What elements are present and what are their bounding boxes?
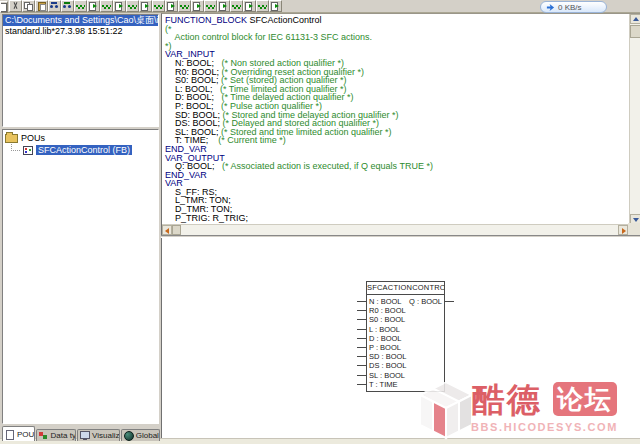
tab-visualizations-label: Visualiz... bbox=[92, 431, 120, 440]
doc-arrow-icon[interactable] bbox=[243, 0, 256, 12]
tab-global-variables[interactable]: Global... bbox=[121, 429, 160, 441]
fb-output-pin: Q : BOOL bbox=[409, 297, 442, 306]
fb-input-pin: S0 : BOOL bbox=[367, 315, 444, 324]
code-line: *) bbox=[165, 42, 628, 51]
scroll-left-button[interactable] bbox=[162, 225, 172, 235]
doc-arrow-icon[interactable] bbox=[139, 0, 152, 12]
tab-visualizations[interactable]: Visualiz... bbox=[77, 429, 120, 441]
download-speed-badge[interactable]: 0 KB/s bbox=[540, 1, 607, 13]
library-item-iecsfc[interactable]: C:\Documents and Settings\Cao\桌面\iecsfc.… bbox=[3, 15, 158, 26]
doc-arrow-icon[interactable] bbox=[165, 0, 178, 12]
code-line: Q: BOOL; (* Associated action is execute… bbox=[165, 162, 628, 171]
fb-input-pin: DS : BOOL bbox=[367, 361, 444, 370]
fb-input-pin: P : BOOL bbox=[367, 343, 444, 352]
forum-watermark: 酷德 论坛 BBS.HICODESYS.COM bbox=[420, 376, 638, 443]
code-line: FUNCTION_BLOCK SFCActionControl bbox=[165, 16, 628, 25]
watermark-forum-badge: 论坛 bbox=[553, 382, 617, 416]
download-speed-label: 0 KB/s bbox=[558, 3, 582, 12]
pou-doc-icon bbox=[5, 430, 15, 439]
tab-data-types-label: Data ty... bbox=[51, 431, 77, 440]
code-line: END_VAR bbox=[165, 145, 628, 154]
scroll-up-button[interactable] bbox=[630, 14, 640, 24]
function-block-icon bbox=[23, 146, 33, 155]
code-line: P_TRIG: R_TRIG; bbox=[165, 214, 628, 223]
doc-arrow-icon[interactable] bbox=[113, 0, 126, 12]
tab-global-variables-label: Global... bbox=[136, 431, 160, 440]
fb-output-stub bbox=[445, 301, 454, 302]
code-line: T: TIME; (* Current time *) bbox=[165, 136, 628, 145]
zigzag-icon[interactable] bbox=[74, 0, 87, 12]
library-item-standard[interactable]: standard.lib*27.3.98 15:51:22 bbox=[3, 26, 158, 37]
zigzag-icon[interactable] bbox=[100, 0, 113, 12]
watermark-brand-text: 酷德 bbox=[472, 382, 542, 418]
object-tabbar: POUs Data ty... Visualiz... Global... bbox=[2, 425, 160, 441]
tab-pous[interactable]: POUs bbox=[2, 426, 35, 441]
pou-tree-root[interactable]: POUs bbox=[5, 132, 156, 144]
fb-input-pin: D : BOOL bbox=[367, 334, 444, 343]
fb-input-pin: R0 : BOOL bbox=[367, 306, 444, 315]
pou-tree-panel: POUs SFCActionControl (FB) bbox=[2, 129, 159, 424]
code-line: L_TMR: TON; bbox=[165, 196, 628, 205]
paste-icon[interactable] bbox=[35, 0, 48, 12]
fb-input-pin: SD : BOOL bbox=[367, 352, 444, 361]
zigzag-icon[interactable] bbox=[256, 0, 269, 12]
doc-arrow-icon[interactable] bbox=[191, 0, 204, 12]
pou-item-label: SFCActionControl (FB) bbox=[36, 145, 132, 155]
tab-data-types[interactable]: Data ty... bbox=[36, 429, 77, 441]
pou-tree-item[interactable]: SFCActionControl (FB) bbox=[5, 144, 156, 156]
horizontal-scroll-thumb[interactable] bbox=[172, 225, 181, 235]
zigzag-icon[interactable] bbox=[230, 0, 243, 12]
find-icon[interactable] bbox=[48, 0, 61, 12]
vertical-scroll-thumb[interactable] bbox=[630, 25, 640, 38]
codesys-library-window: 0 KB/s C:\Documents and Settings\Cao\桌面\… bbox=[0, 0, 640, 444]
pou-root-label: POUs bbox=[21, 133, 45, 143]
scroll-right-button[interactable] bbox=[618, 225, 628, 235]
library-file-list: C:\Documents and Settings\Cao\桌面\iecsfc.… bbox=[2, 14, 159, 127]
watermark-url: BBS.HICODESYS.COM bbox=[471, 421, 618, 433]
vertical-scrollbar[interactable] bbox=[629, 14, 640, 224]
tab-pous-label: POUs bbox=[17, 430, 35, 439]
declaration-editor[interactable]: FUNCTION_BLOCK SFCActionControl(* Action… bbox=[161, 13, 640, 235]
copy-icon[interactable] bbox=[22, 0, 35, 12]
code-line: S_FF: RS; bbox=[165, 188, 628, 197]
code-line: END_VAR bbox=[165, 171, 628, 180]
scrollbar-corner bbox=[628, 223, 640, 235]
visualization-icon bbox=[80, 431, 90, 440]
zigzag-icon[interactable] bbox=[204, 0, 217, 12]
zigzag-icon[interactable] bbox=[178, 0, 191, 12]
doc-partial-icon[interactable] bbox=[0, 1, 8, 13]
zigzag-icon[interactable] bbox=[126, 0, 139, 12]
fb-title: SFCACTIONCONTROL bbox=[367, 282, 444, 295]
horizontal-scrollbar[interactable] bbox=[162, 224, 628, 235]
zigzag-icon[interactable] bbox=[152, 0, 165, 12]
fb-input-pin: L : BOOL bbox=[367, 325, 444, 334]
find-next-icon[interactable] bbox=[61, 0, 74, 12]
declaration-lines: FUNCTION_BLOCK SFCActionControl(* Action… bbox=[162, 14, 628, 223]
doc-arrow-icon[interactable] bbox=[269, 0, 282, 12]
data-types-icon bbox=[39, 431, 49, 440]
cube-logo-icon bbox=[420, 382, 472, 440]
code-line: VAR bbox=[165, 179, 628, 188]
fb-input-pins: N : BOOLR0 : BOOLS0 : BOOLL : BOOLD : BO… bbox=[367, 295, 444, 389]
code-line: Action control block for IEC 61131-3 SFC… bbox=[165, 33, 628, 42]
doc-arrow-icon[interactable] bbox=[217, 0, 230, 12]
doc-arrow-icon[interactable] bbox=[87, 0, 100, 12]
download-arrow-icon bbox=[546, 3, 555, 12]
folder-icon bbox=[5, 134, 18, 143]
globe-icon bbox=[124, 431, 134, 440]
cut-icon[interactable] bbox=[9, 0, 22, 12]
